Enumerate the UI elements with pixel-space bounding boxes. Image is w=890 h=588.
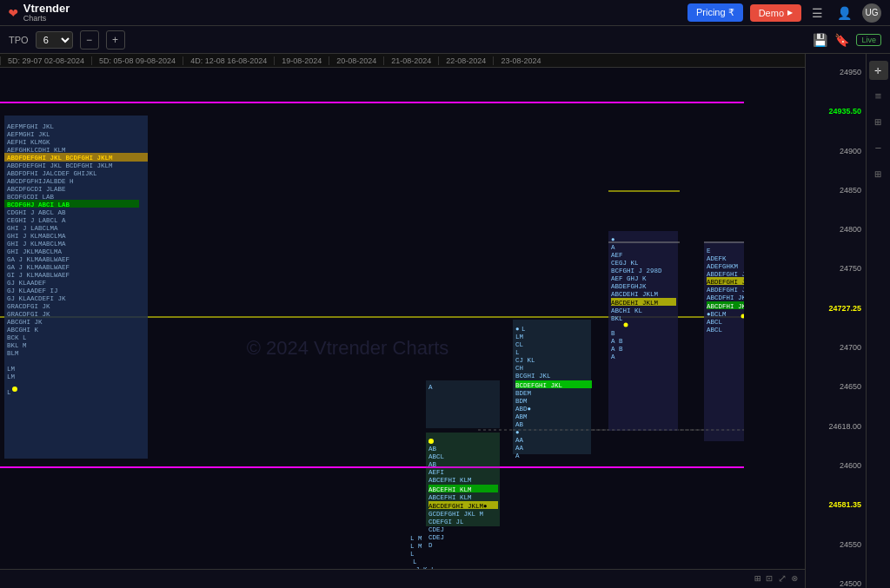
svg-text:AEF: AEF [611, 252, 623, 259]
svg-text:CH: CH [515, 365, 523, 372]
svg-text:ABDFDFHI JALCDEF GHIJKL: ABDFDFHI JALCDEF GHIJKL [7, 170, 97, 177]
price-2493550: 24935.50 [806, 107, 866, 116]
svg-text:GJ KLAACDEFI JK: GJ KLAACDEFI JK [7, 295, 66, 302]
chart-svg: © 2024 Vtrender Charts AEFMFGHI JKL AEFM… [0, 68, 744, 569]
date-6: 22-08-2024 [438, 56, 493, 65]
svg-text:BCDFGCDI LAB: BCDFGCDI LAB [7, 194, 55, 201]
svg-text:ABDFDEFGHI JKL BCDFGHI JKLM: ABDFDEFGHI JKL BCDFGHI JKLM [7, 155, 113, 162]
svg-text:CDGHI J ABCL AB: CDGHI J ABCL AB [7, 209, 66, 216]
save-icon[interactable]: 💾 [813, 33, 827, 47]
svg-text:L: L [7, 389, 11, 396]
svg-text:AEFHI KLMGK: AEFHI KLMGK [7, 139, 50, 146]
sidebar-minus-icon[interactable]: − [869, 139, 888, 158]
svg-text:GI J KLMAABLWAEF: GI J KLMAABLWAEF [7, 272, 70, 279]
svg-text:BCDFGHJ ABCI LAB: BCDFGHJ ABCI LAB [7, 202, 70, 208]
price-24650: 24650 [806, 382, 866, 391]
svg-text:AEF GHJ K: AEF GHJ K [611, 275, 647, 282]
price-24550: 24550 [806, 540, 866, 549]
plus-button[interactable]: + [106, 30, 125, 50]
svg-rect-44 [426, 380, 500, 428]
svg-text:ADEFK: ADEFK [707, 255, 727, 262]
svg-text:●BCLM: ●BCLM [707, 311, 727, 318]
svg-text:AA: AA [515, 445, 524, 452]
svg-text:CJ KL: CJ KL [515, 357, 535, 364]
svg-text:L M: L M [410, 543, 422, 550]
logo-text-group: Vtrender Charts [23, 3, 70, 23]
svg-text:ABCGHI JK: ABCGHI JK [7, 319, 43, 326]
tpo-select[interactable]: 6 5 10 15 30 [36, 31, 73, 49]
price-2461800: 24618.00 [806, 422, 866, 431]
price-24750: 24750 [806, 264, 866, 273]
demo-button[interactable]: Demo ▶ [750, 4, 801, 22]
svg-text:AEFI: AEFI [428, 469, 444, 476]
price-24900: 24900 [806, 147, 866, 155]
tpo-label: TPO [9, 35, 29, 45]
play-icon: ▶ [787, 9, 793, 17]
svg-text:A: A [515, 453, 520, 459]
svg-text:L: L [410, 551, 415, 558]
chart-area[interactable]: 5D: 29-07 02-08-2024 5D: 05-08 09-08-202… [0, 54, 805, 588]
svg-text:CL: CL [515, 341, 524, 348]
svg-text:D: D [428, 542, 433, 549]
svg-text:ABM: ABM [515, 413, 528, 420]
svg-text:GA J KLMAABLWAEF: GA J KLMAABLWAEF [7, 256, 70, 263]
svg-text:© 2024 Vtrender Charts: © 2024 Vtrender Charts [247, 337, 449, 359]
table-icon[interactable]: ⊡ [767, 572, 773, 585]
svg-text:ABCEFHI KLM: ABCEFHI KLM [428, 477, 472, 484]
logo-icon: ❤ [9, 3, 18, 22]
sidebar-grid-icon[interactable]: ⊞ [869, 113, 888, 132]
expand-icon[interactable]: ⤢ [778, 572, 787, 585]
svg-text:AA: AA [515, 437, 524, 444]
svg-text:ABCEFHI KLM: ABCEFHI KLM [428, 494, 472, 501]
bookmark-icon[interactable]: 🔖 [834, 33, 849, 47]
svg-text:BDEM: BDEM [515, 390, 532, 397]
menu-icon[interactable]: ☰ [808, 4, 827, 22]
sidebar-line-icon[interactable]: ≡ [869, 87, 888, 106]
svg-text:ABDEFGHI JKLM: ABDEFGHI JKLM [707, 271, 744, 278]
svg-text:●: ● [515, 326, 520, 333]
svg-text:GHI J LABCLMA: GHI J LABCLMA [7, 225, 58, 232]
date-4: 20-08-2024 [329, 56, 383, 65]
svg-text:ABCHI KL: ABCHI KL [611, 307, 643, 314]
date-2: 4D: 12-08 16-08-2024 [183, 56, 274, 65]
svg-text:ABCDEHI JKLM: ABCDEHI JKLM [611, 291, 659, 298]
svg-text:BCGHI JKL: BCGHI JKL [515, 373, 551, 380]
date-axis: 5D: 29-07 02-08-2024 5D: 05-08 09-08-202… [0, 54, 805, 68]
sidebar-cursor-icon[interactable]: ✛ [869, 61, 888, 80]
header: ❤ Vtrender Charts Pricing ₹ Demo ▶ ☰ 👤 U… [0, 0, 890, 26]
minus-button[interactable]: − [80, 30, 99, 50]
grid-icon[interactable]: ⊞ [754, 572, 760, 585]
svg-text:GRACDFGI JK: GRACDFGI JK [7, 303, 50, 310]
svg-text:LM: LM [7, 366, 16, 373]
svg-text:BKL: BKL [611, 315, 623, 322]
toolbar: TPO 6 5 10 15 30 − + 💾 🔖 Live [0, 26, 890, 54]
svg-text:E: E [707, 248, 711, 254]
svg-text:BKL M: BKL M [7, 342, 27, 349]
svg-text:B: B [611, 330, 615, 337]
price-axis: 24950 24935.50 24900 24850 24800 24750 2… [805, 54, 866, 588]
svg-text:ABCDFGCDI JLABE: ABCDFGCDI JLABE [7, 186, 66, 193]
svg-text:ABDEFGHI JKLO: ABDEFGHI JKLO [707, 287, 744, 294]
svg-text:BDM: BDM [515, 398, 528, 405]
svg-text:CDEFGI JL: CDEFGI JL [428, 519, 464, 525]
logo-sub: Charts [23, 15, 70, 23]
svg-text:ABCDFHI JKLM: ABCDFHI JKLM [707, 294, 744, 301]
svg-text:AB: AB [428, 446, 437, 453]
price-24500: 24500 [806, 579, 866, 588]
svg-text:ABDEFGHI JKLM: ABDEFGHI JKLM [707, 279, 744, 286]
price-2458135: 24581.35 [806, 500, 866, 509]
svg-text:CDEJ: CDEJ [428, 526, 444, 533]
svg-text:L: L [413, 558, 417, 565]
user-icon[interactable]: 👤 [834, 4, 855, 22]
right-sidebar: ✛ ≡ ⊞ − ⊞ [866, 54, 890, 588]
svg-text:ABDFDEFGHI JKL BCDFGHI JKLM: ABDFDEFGHI JKL BCDFGHI JKLM [7, 162, 113, 169]
svg-text:L M: L M [410, 535, 422, 542]
sidebar-plus-icon[interactable]: ⊞ [869, 165, 888, 184]
pricing-button[interactable]: Pricing ₹ [687, 3, 743, 22]
close-icon[interactable]: ⊗ [792, 572, 798, 585]
date-3: 19-08-2024 [274, 56, 329, 65]
avatar-button[interactable]: UG [862, 3, 881, 23]
svg-point-105 [624, 323, 628, 327]
svg-text:ABCGHI K: ABCGHI K [7, 327, 39, 334]
svg-text:CEGHI J LABCL A: CEGHI J LABCL A [7, 217, 66, 224]
